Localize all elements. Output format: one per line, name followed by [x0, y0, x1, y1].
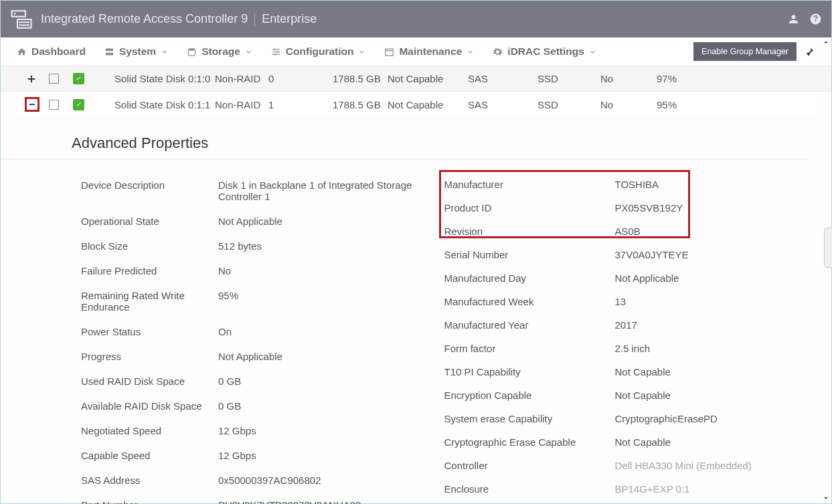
property-row: ProgressNot Applicable [81, 344, 444, 369]
disk-row: Solid State Disk 0:1:1 Non-RAID 1 1788.5… [1, 92, 831, 117]
disk-media: SSD [537, 73, 600, 84]
property-key: Used RAID Disk Space [81, 375, 218, 387]
disk-hotspare: No [600, 99, 657, 110]
scroll-up-icon[interactable] [821, 37, 831, 47]
property-value: Not Capable [615, 366, 808, 377]
property-row: ControllerDell HBA330 Mini (Embedded) [444, 454, 808, 477]
property-value: 512 bytes [218, 240, 444, 252]
property-value: TOSHIBA [615, 179, 808, 190]
property-value: CryptographicErasePD [615, 413, 808, 424]
property-value: Not Applicable [615, 272, 808, 284]
property-key: Progress [81, 351, 218, 362]
property-value: Not Applicable [218, 351, 444, 362]
disk-state: Non-RAID [215, 73, 268, 84]
row-checkbox[interactable] [49, 100, 59, 110]
nav-maintenance[interactable]: Maintenance [384, 46, 474, 58]
property-row: Power StatusOn [81, 319, 444, 344]
property-key: Device Description [81, 179, 218, 191]
property-value: 0 GB [218, 400, 444, 412]
property-row: Form factor2.5 inch [444, 337, 808, 360]
disk-endurance: 97% [657, 73, 831, 84]
property-value: Disk 1 in Backplane 1 of Integrated Stor… [218, 179, 444, 202]
property-value: 0x50000397AC906802 [218, 475, 444, 486]
disk-name: Solid State Disk 0:1:0 [114, 73, 215, 84]
nav-dashboard[interactable]: Dashboard [17, 46, 86, 58]
property-key: Form factor [444, 343, 615, 354]
disk-capacity: 1788.5 GB [333, 99, 388, 110]
gear-icon [493, 47, 503, 57]
disk-capacity: 1788.5 GB [333, 73, 388, 84]
scroll-down-icon[interactable] [821, 493, 831, 503]
property-key: Manufacturer [444, 179, 615, 190]
property-value: 2017 [615, 319, 808, 331]
property-row: Encryption CapableNot Capable [444, 384, 808, 407]
help-icon[interactable]: ? [809, 13, 822, 25]
chevron-down-icon [161, 48, 168, 56]
pin-icon[interactable] [805, 46, 815, 57]
property-key: Encryption Capable [444, 390, 615, 401]
property-key: Enclosure [444, 483, 615, 495]
property-value: Not Applicable [218, 216, 444, 227]
disk-security: Not Capable [388, 99, 468, 110]
property-row: Manufactured Week13 [444, 290, 808, 313]
status-ok-icon [73, 99, 84, 110]
property-value: AS0B [615, 226, 808, 237]
property-value: 0 GB [218, 375, 444, 387]
property-value: 95% [218, 290, 444, 301]
nav-configuration[interactable]: Configuration [271, 46, 366, 58]
property-row: Remaining Rated Write Endurance95% [81, 283, 444, 319]
property-value: Not Capable [615, 436, 808, 448]
property-row: System erase CapabilityCryptographicEras… [444, 407, 808, 430]
property-row: ManufacturerTOSHIBA [444, 173, 808, 196]
property-row: T10 PI CapabilityNot Capable [444, 360, 808, 384]
home-icon [17, 47, 27, 57]
disk-bus: SAS [468, 73, 537, 84]
disk-slot: 0 [268, 73, 333, 84]
row-checkbox[interactable] [49, 74, 59, 84]
collapse-toggle[interactable] [25, 97, 39, 112]
property-value: On [218, 326, 444, 337]
property-value: No [218, 265, 444, 276]
disk-bus: SAS [468, 99, 537, 110]
property-key: Serial Number [444, 249, 615, 260]
property-value: 12 Gbps [218, 425, 444, 436]
section-title: Advanced Properties [1, 117, 807, 159]
property-row: Product IDPX05SVB192Y [444, 196, 808, 220]
property-key: Manufactured Year [444, 319, 615, 331]
svg-text:?: ? [813, 14, 818, 23]
property-key: Negotiated Speed [81, 425, 218, 436]
svg-rect-1 [17, 19, 31, 28]
advanced-properties: Device DescriptionDisk 1 in Backplane 1 … [1, 159, 831, 504]
status-ok-icon [73, 73, 84, 84]
svg-point-10 [274, 54, 276, 56]
disk-media: SSD [537, 99, 600, 110]
property-value: 37V0A0JYTEYE [615, 249, 808, 260]
property-key: Capable Speed [81, 450, 218, 461]
property-row: Device DescriptionDisk 1 in Backplane 1 … [81, 173, 444, 209]
disk-table: Solid State Disk 0:1:0 Non-RAID 0 1788.5… [1, 66, 831, 117]
property-row: Cryptographic Erase CapableNot Capable [444, 430, 808, 454]
scroll-tab[interactable] [824, 228, 832, 268]
server-icon [104, 47, 114, 57]
property-key: Revision [444, 226, 615, 237]
enable-group-manager-button[interactable]: Enable Group Manager [693, 42, 797, 61]
property-key: Remaining Rated Write Endurance [81, 290, 218, 313]
disk-slot: 1 [268, 99, 333, 110]
property-row: Used RAID Disk Space0 GB [81, 369, 444, 394]
property-row: RevisionAS0B [444, 220, 808, 243]
nav-idrac-settings[interactable]: iDRAC Settings [493, 46, 596, 58]
property-key: Operational State [81, 216, 218, 227]
product-logo-icon [10, 8, 33, 31]
disk-security: Not Capable [388, 73, 468, 84]
nav-system[interactable]: System [104, 46, 168, 58]
property-key: Controller [444, 460, 615, 471]
svg-rect-11 [386, 49, 393, 56]
page-title: Integrated Remote Access Controller 9Ent… [41, 12, 317, 26]
nav-storage[interactable]: Storage [187, 46, 252, 58]
property-value: 13 [615, 296, 808, 307]
expand-toggle[interactable] [25, 72, 38, 86]
svg-point-9 [277, 51, 279, 53]
user-icon[interactable] [787, 13, 800, 25]
property-row: Capable Speed12 Gbps [81, 443, 444, 468]
property-row: EnclosureBP14G+EXP 0:1 [444, 477, 808, 501]
